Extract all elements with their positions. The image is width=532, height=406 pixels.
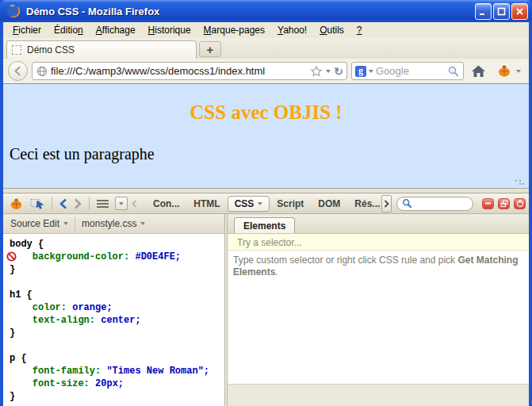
browser-window: Démo CSS - Mozilla Firefox FichierÉditio…	[0, 0, 532, 406]
reload-icon[interactable]: ↻	[334, 65, 343, 78]
back-button[interactable]	[8, 61, 28, 81]
firebug-detach-window-button[interactable]	[498, 198, 510, 209]
firebug-search-input[interactable]	[396, 197, 473, 211]
options-dropdown-button[interactable]	[115, 197, 128, 210]
firebug-tab-script[interactable]: Script	[270, 196, 311, 212]
firebug-toolbar: Con...HTMLCSSScriptDOMRés...Cod	[3, 193, 529, 214]
elements-side-tab[interactable]: Elements	[234, 217, 295, 233]
firebug-menu-icon[interactable]	[6, 195, 26, 213]
css-code-line[interactable]: }	[3, 390, 224, 403]
inspect-element-icon[interactable]	[28, 195, 48, 213]
search-engine-dropdown-icon[interactable]	[369, 70, 373, 73]
css-code-line[interactable]: h1 {	[3, 289, 224, 301]
css-code-line[interactable]: background-color: #D0E4FE;	[3, 251, 224, 263]
minimize-button[interactable]	[475, 3, 492, 20]
firebug-dropdown-icon[interactable]	[516, 70, 521, 73]
page-heading: CSS avec OBJIS !	[3, 84, 529, 124]
menu-item-affichage[interactable]: Affichage	[90, 23, 142, 37]
close-button[interactable]	[511, 3, 528, 20]
page-paragraph: Ceci est un paragraphe	[10, 145, 529, 163]
menu-item--dition[interactable]: Édition	[48, 23, 90, 37]
firebug-splitter[interactable]	[3, 188, 529, 193]
menu-item-yahoo-[interactable]: Yahoo!	[271, 23, 313, 37]
firebug-tab-dom[interactable]: DOM	[311, 196, 347, 212]
css-code-line[interactable]: text-align: center;	[3, 314, 224, 327]
history-forward-icon[interactable]	[71, 195, 85, 213]
navigation-bar: file:///C:/wamp3/www/css/democss1/index.…	[3, 59, 529, 84]
menubar: FichierÉditionAffichageHistoriqueMarque-…	[3, 22, 529, 38]
globe-icon	[36, 66, 48, 77]
css-source-panel[interactable]: body { background-color: #D0E4FE;}h1 { c…	[3, 234, 224, 406]
firebug-tab-con[interactable]: Con...	[146, 196, 186, 212]
history-back-icon[interactable]	[56, 195, 70, 213]
menu-item-historique[interactable]: Historique	[142, 23, 197, 37]
css-code-line[interactable]: body {	[3, 238, 224, 251]
browser-tab-demo-css[interactable]: Démo CSS	[6, 40, 197, 59]
side-panel-footer	[228, 384, 529, 406]
css-tab-dropdown-icon[interactable]	[258, 202, 262, 205]
elements-hint-text: Type custom selector or right click CSS …	[228, 251, 529, 278]
titlebar: Démo CSS - Mozilla Firefox	[0, 0, 532, 22]
tabs-scroll-right-button[interactable]	[381, 195, 392, 213]
home-button[interactable]	[468, 64, 489, 78]
tab-title: Démo CSS	[27, 44, 75, 56]
css-code-line[interactable]: p {	[3, 352, 224, 365]
tab-favicon-placeholder-icon	[12, 45, 21, 55]
selector-input[interactable]: Try a selector...	[228, 234, 529, 251]
firebug-tab-css[interactable]: CSS	[228, 196, 270, 212]
firebug-tab-html[interactable]: HTML	[186, 196, 227, 212]
menu-item-?[interactable]: ?	[350, 23, 369, 37]
css-code-line[interactable]: font-size: 20px;	[3, 377, 224, 390]
tabs-scroll-left-icon[interactable]	[129, 195, 140, 213]
firebug-minimize-button[interactable]	[482, 198, 494, 209]
firebug-close-power-button[interactable]	[514, 198, 526, 209]
url-text[interactable]: file:///C:/wamp3/www/css/democss1/index.…	[51, 65, 307, 77]
css-code-line[interactable]: }	[3, 263, 224, 276]
page-content: CSS avec OBJIS ! Ceci est un paragraphe	[3, 84, 529, 188]
url-bar[interactable]: file:///C:/wamp3/www/css/democss1/index.…	[32, 62, 347, 80]
resize-grip[interactable]	[515, 179, 524, 186]
menu-item-outils[interactable]: Outils	[313, 23, 350, 37]
source-edit-dropdown-icon[interactable]	[63, 222, 68, 225]
elements-side-panel: Try a selector... Type custom selector o…	[228, 234, 529, 406]
search-magnifier-icon[interactable]	[447, 65, 460, 78]
firebug-secondary-toolbar: Source Edit monstyle.css Elements	[3, 214, 529, 234]
url-dropdown-icon[interactable]	[326, 70, 331, 73]
window-title: Démo CSS - Mozilla Firefox	[26, 6, 473, 17]
bookmark-star-icon[interactable]	[310, 65, 323, 78]
new-tab-button[interactable]: +	[199, 41, 221, 57]
disabled-rule-icon[interactable]	[6, 251, 17, 262]
stylesheet-dropdown-icon[interactable]	[140, 222, 145, 225]
firebug-tab-rs[interactable]: Rés...	[347, 196, 380, 212]
rule-list-icon[interactable]	[94, 195, 112, 213]
css-code-line[interactable]: }	[3, 327, 224, 339]
search-placeholder[interactable]: Google	[376, 65, 445, 77]
css-code-line[interactable]: color: orange;	[3, 301, 224, 314]
stylesheet-selector[interactable]: monstyle.css	[82, 218, 136, 229]
firebug-panel-tabs: Con...HTMLCSSScriptDOMRés...Cod	[146, 196, 380, 212]
css-code-line[interactable]	[3, 339, 224, 352]
tab-strip: Démo CSS +	[3, 38, 529, 59]
css-code-line[interactable]: font-family: "Times New Roman";	[3, 365, 224, 377]
firebug-toolbar-button[interactable]	[493, 64, 524, 78]
firefox-app-icon	[6, 3, 21, 19]
maximize-button[interactable]	[493, 3, 510, 20]
menu-item-marque-pages[interactable]: Marque-pages	[197, 23, 271, 37]
css-code-line[interactable]	[3, 276, 224, 289]
menu-item-fichier[interactable]: Fichier	[6, 23, 48, 37]
search-bar[interactable]: g Google	[351, 62, 464, 80]
source-edit-button[interactable]: Source Edit	[10, 218, 59, 229]
google-engine-icon[interactable]: g	[355, 66, 366, 77]
